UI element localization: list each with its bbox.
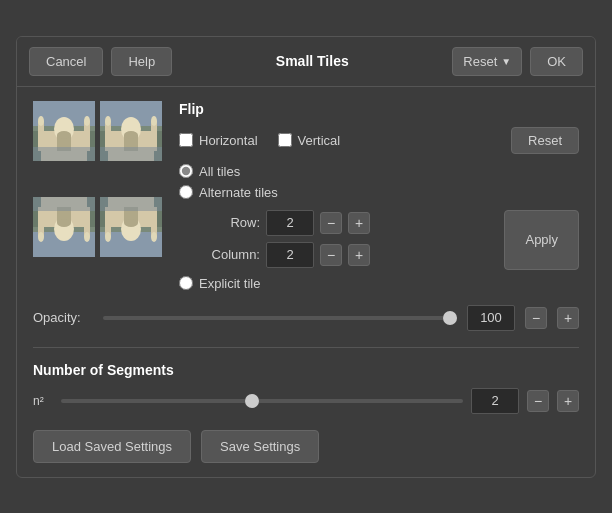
svg-rect-47 — [100, 197, 162, 211]
header: Cancel Help Small Tiles Reset ▼ OK — [17, 37, 595, 87]
svg-point-7 — [38, 116, 44, 126]
column-input-row: Column: − + — [179, 242, 496, 268]
row-input-row: Row: − + — [179, 210, 496, 236]
flip-controls: Flip Horizontal Vertical Reset Al — [179, 101, 579, 291]
segments-increment-button[interactable]: + — [557, 390, 579, 412]
alternate-tiles-radio-item: Alternate tiles — [179, 185, 579, 200]
vertical-checkbox[interactable] — [278, 133, 292, 147]
apply-button[interactable]: Apply — [504, 210, 579, 270]
segments-decrement-button[interactable]: − — [527, 390, 549, 412]
column-label: Column: — [205, 247, 260, 262]
reset-label: Reset — [463, 54, 497, 69]
row-label: Row: — [205, 215, 260, 230]
explicit-tile-radio[interactable] — [179, 276, 193, 290]
segments-slider[interactable] — [61, 399, 463, 403]
flip-reset-button[interactable]: Reset — [511, 127, 579, 154]
row-decrement-button[interactable]: − — [320, 212, 342, 234]
opacity-slider[interactable] — [103, 316, 457, 320]
segments-section: Number of Segments n² − + — [33, 347, 579, 414]
help-button[interactable]: Help — [111, 47, 172, 76]
segments-title: Number of Segments — [33, 362, 579, 378]
dialog-title: Small Tiles — [180, 53, 444, 69]
all-tiles-radio[interactable] — [179, 164, 193, 178]
svg-point-31 — [38, 232, 44, 242]
svg-rect-11 — [33, 147, 95, 161]
opacity-section: Opacity: − + — [33, 305, 579, 331]
svg-point-10 — [57, 131, 71, 139]
svg-rect-35 — [33, 197, 95, 211]
vertical-label: Vertical — [298, 133, 341, 148]
column-input[interactable] — [266, 242, 314, 268]
load-saved-settings-button[interactable]: Load Saved Settings — [33, 430, 191, 463]
row-col-section: Row: − + Column: − + — [179, 210, 579, 270]
row-increment-button[interactable]: + — [348, 212, 370, 234]
alternate-tiles-label: Alternate tiles — [199, 185, 278, 200]
all-tiles-label: All tiles — [199, 164, 240, 179]
segments-input[interactable] — [471, 388, 519, 414]
row-col-inputs: Row: − + Column: − + — [179, 210, 496, 268]
horizontal-checkbox[interactable] — [179, 133, 193, 147]
explicit-tile-label: Explicit tile — [199, 276, 260, 291]
save-settings-button[interactable]: Save Settings — [201, 430, 319, 463]
horizontal-checkbox-item: Horizontal — [179, 133, 258, 148]
tile-image-1 — [33, 101, 95, 161]
body: Flip Horizontal Vertical Reset Al — [17, 87, 595, 477]
checkbox-row: Horizontal Vertical Reset — [179, 127, 579, 154]
alternate-tiles-radio[interactable] — [179, 185, 193, 199]
footer: Load Saved Settings Save Settings — [33, 430, 579, 463]
radio-group: All tiles Alternate tiles Row: — [179, 164, 579, 291]
horizontal-label: Horizontal — [199, 133, 258, 148]
n2-label: n² — [33, 394, 53, 408]
opacity-label: Opacity: — [33, 310, 93, 325]
cancel-button[interactable]: Cancel — [29, 47, 103, 76]
all-tiles-radio-item: All tiles — [179, 164, 579, 179]
dialog: Cancel Help Small Tiles Reset ▼ OK — [16, 36, 596, 478]
tile-image-3 — [33, 197, 95, 257]
opacity-increment-button[interactable]: + — [557, 307, 579, 329]
opacity-decrement-button[interactable]: − — [525, 307, 547, 329]
ok-button[interactable]: OK — [530, 47, 583, 76]
column-increment-button[interactable]: + — [348, 244, 370, 266]
chevron-down-icon: ▼ — [501, 56, 511, 67]
column-decrement-button[interactable]: − — [320, 244, 342, 266]
vertical-checkbox-item: Vertical — [278, 133, 341, 148]
flip-label: Flip — [179, 101, 579, 117]
flip-section: Flip Horizontal Vertical Reset Al — [33, 101, 579, 291]
svg-point-8 — [84, 116, 90, 126]
opacity-input[interactable] — [467, 305, 515, 331]
svg-point-34 — [57, 219, 71, 227]
tile-preview — [33, 101, 163, 291]
tile-image-4 — [100, 197, 162, 257]
reset-dropdown-button[interactable]: Reset ▼ — [452, 47, 522, 76]
svg-point-32 — [84, 232, 90, 242]
tile-image-2 — [100, 101, 162, 161]
segments-row: n² − + — [33, 388, 579, 414]
row-input[interactable] — [266, 210, 314, 236]
explicit-tile-radio-item: Explicit tile — [179, 276, 579, 291]
svg-rect-23 — [100, 147, 162, 161]
